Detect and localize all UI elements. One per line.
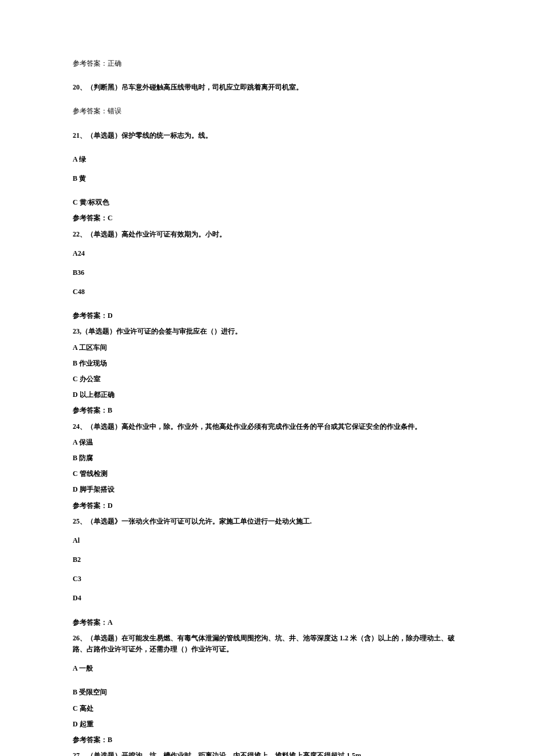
text-line: A24 — [73, 248, 462, 259]
text-line: 22、（单选题）高处作业许可证有效期为。小时。 — [73, 229, 462, 240]
text-line: Al — [73, 535, 462, 546]
text-line: C48 — [73, 286, 462, 298]
text-line: 参考答案：D — [73, 310, 462, 321]
text-line: D4 — [73, 593, 462, 604]
text-line: 23,（单选题）作业许可证的会签与审批应在（）进行。 — [73, 326, 462, 337]
text-line: C 办公室 — [73, 374, 462, 385]
text-line: A 工区车间 — [73, 342, 462, 353]
text-line: B 作业现场 — [73, 358, 462, 369]
text-line: 参考答案：B — [73, 405, 462, 416]
text-line: A 绿 — [73, 154, 462, 165]
text-line: D 脚手架搭设 — [73, 484, 462, 495]
text-line: D 以上都正确 — [73, 389, 462, 400]
text-line: A 保温 — [73, 437, 462, 448]
text-line: 21、（单选题）保护零线的统一标志为。线。 — [73, 130, 462, 141]
text-line: 参考答案：D — [73, 500, 462, 511]
text-line: B 受限空间 — [73, 687, 462, 698]
text-line: 25、（单选题》一张动火作业许可证可以允许。家施工单位进行一处动火施工. — [73, 516, 462, 527]
text-line: C3 — [73, 574, 462, 585]
text-line: C 高处 — [73, 703, 462, 714]
text-line: 参考答案：A — [73, 617, 462, 628]
text-line: B 黄 — [73, 173, 462, 184]
text-line: 参考答案：正确 — [73, 58, 462, 69]
text-line: 24、（单选题）高处作业中，除。作业外，其他高处作业必须有完成作业任务的平台或其… — [73, 421, 462, 432]
text-line: 参考答案：C — [73, 213, 462, 224]
text-line: 参考答案：错误 — [73, 106, 462, 117]
text-line: C 管线检测 — [73, 468, 462, 479]
text-line: D 起重 — [73, 719, 462, 730]
text-line: B36 — [73, 267, 462, 278]
text-line: A 一般 — [73, 663, 462, 674]
text-line: 27、（单选题）开挖沟、坑、槽作业时，距离边沿。内不得堆上，堆料堆上高度不得超过… — [73, 750, 462, 756]
text-line: 26、（单选题）在可能发生易燃、有毒气体泄漏的管线周围挖沟、坑、井、池等深度达 … — [73, 633, 462, 655]
text-line: C 黄/标双色 — [73, 197, 462, 208]
text-line: 20、（判断黑）吊车意外碰触高压线带电时，司机应立即跳着离开司机室。 — [73, 82, 462, 93]
text-line: B 防腐 — [73, 453, 462, 464]
document-page: 参考答案：正确20、（判断黑）吊车意外碰触高压线带电时，司机应立即跳着离开司机室… — [0, 0, 535, 756]
text-line: B2 — [73, 554, 462, 565]
text-line: 参考答案：B — [73, 734, 462, 746]
